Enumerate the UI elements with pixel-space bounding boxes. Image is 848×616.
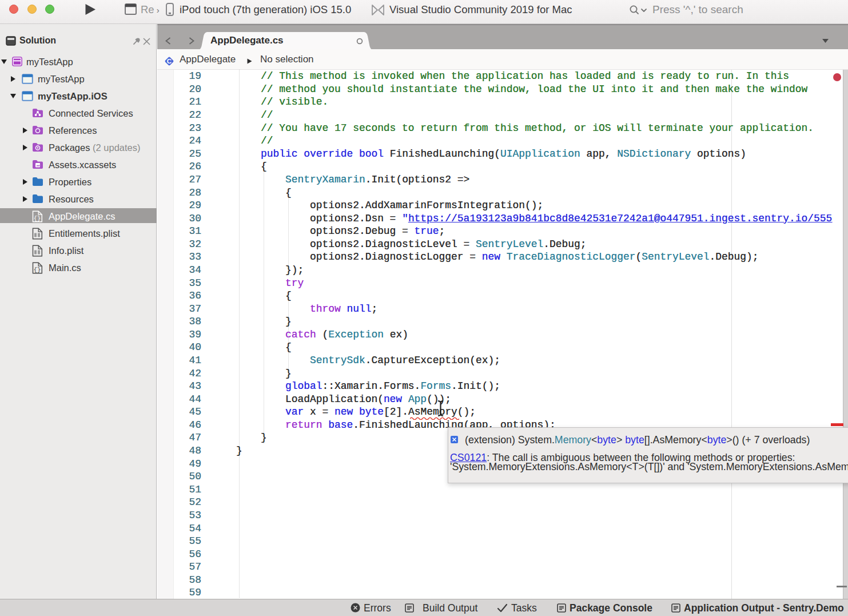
svg-text:{}: {} <box>34 215 41 222</box>
svg-text:{}: {} <box>34 267 41 273</box>
svg-text:C: C <box>167 58 172 65</box>
